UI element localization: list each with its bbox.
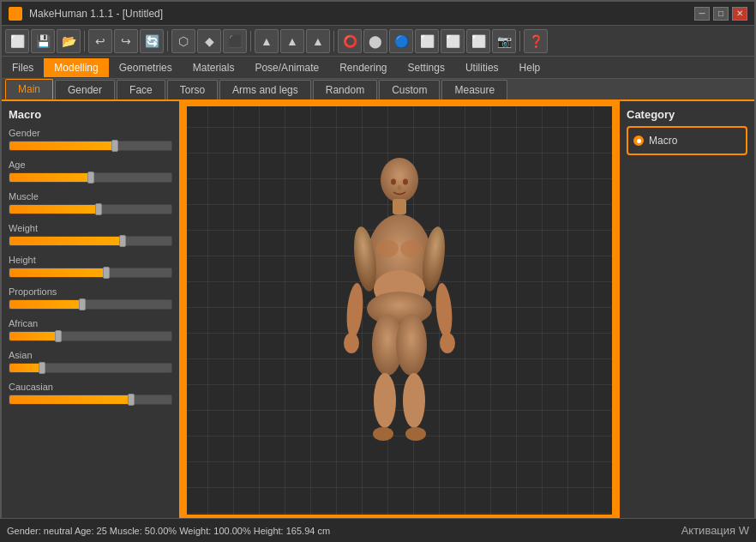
svg-point-16: [396, 314, 427, 376]
camera-button[interactable]: 📷: [492, 29, 516, 53]
slider-track-gender[interactable]: [9, 141, 172, 151]
menu-item-settings[interactable]: Settings: [398, 58, 455, 77]
viewport-border-left: [182, 101, 187, 520]
cube2-button[interactable]: ⬜: [441, 29, 465, 53]
slider-group-muscle: Muscle: [9, 191, 172, 214]
tab-face[interactable]: Face: [117, 80, 165, 99]
open-button[interactable]: 📂: [57, 29, 81, 53]
toolbar-separator-4: [333, 31, 334, 51]
macro-option[interactable]: Macro: [633, 133, 741, 148]
tab-main[interactable]: Main: [5, 79, 53, 99]
slider-fill-caucasian: [9, 395, 131, 404]
category-box: Macro: [627, 126, 747, 155]
human-figure: [322, 148, 477, 473]
reset-button[interactable]: 🔄: [140, 29, 164, 53]
status-text: Gender: neutral Age: 25 Muscle: 50.00% W…: [7, 526, 330, 536]
slider-label-weight: Weight: [9, 223, 172, 233]
menu-item-geometries[interactable]: Geometries: [109, 58, 183, 77]
tab-arms-and-legs[interactable]: Arms and legs: [219, 80, 311, 99]
view1-button[interactable]: ▲: [255, 29, 279, 53]
svg-point-20: [403, 179, 408, 185]
svg-point-6: [367, 292, 432, 326]
redo-button[interactable]: ↪: [114, 29, 138, 53]
slider-thumb-proportions[interactable]: [79, 298, 86, 310]
wireframe-button[interactable]: ⬡: [171, 29, 195, 53]
tab-custom[interactable]: Custom: [379, 80, 440, 99]
slider-thumb-asian[interactable]: [39, 362, 45, 374]
cube3-button[interactable]: ⬜: [466, 29, 490, 53]
main-content: Macro GenderAgeMuscleWeightHeightProport…: [2, 101, 754, 520]
statusbar: Gender: neutral Age: 25 Muscle: 50.00% W…: [0, 518, 756, 542]
slider-thumb-gender[interactable]: [111, 140, 118, 152]
smooth-button[interactable]: ◆: [197, 29, 221, 53]
slider-fill-height: [9, 268, 106, 277]
app-icon: [9, 7, 22, 21]
slider-fill-muscle: [9, 205, 99, 214]
tab-random[interactable]: Random: [313, 80, 377, 99]
save-button[interactable]: 💾: [31, 29, 55, 53]
slider-track-asian[interactable]: [9, 363, 172, 373]
sphere-button[interactable]: ⭕: [338, 29, 362, 53]
circle-button[interactable]: ⬤: [363, 29, 387, 53]
slider-thumb-african[interactable]: [55, 330, 62, 342]
svg-point-0: [381, 158, 418, 202]
slider-fill-asian: [9, 364, 42, 372]
svg-point-12: [440, 333, 455, 353]
menu-item-rendering[interactable]: Rendering: [329, 58, 397, 77]
viewport-border-top: [182, 101, 617, 106]
sliders-container: GenderAgeMuscleWeightHeightProportionsAf…: [9, 128, 172, 405]
slider-group-african: African: [9, 318, 172, 341]
slider-label-gender: Gender: [9, 128, 172, 138]
help-button[interactable]: ❓: [524, 29, 548, 53]
menu-item-help[interactable]: Help: [509, 58, 551, 77]
menu-item-modelling[interactable]: Modelling: [44, 58, 108, 77]
macro-radio[interactable]: [633, 136, 644, 146]
undo-button[interactable]: ↩: [88, 29, 112, 53]
svg-point-19: [391, 179, 396, 185]
view2-button[interactable]: ▲: [280, 29, 304, 53]
menu-item-utilities[interactable]: Utilities: [455, 58, 509, 77]
minimize-button[interactable]: ─: [694, 7, 710, 21]
slider-thumb-height[interactable]: [103, 267, 110, 279]
tabbar: MainGenderFaceTorsoArms and legsRandomCu…: [2, 79, 754, 101]
solid-button[interactable]: ⬛: [223, 29, 247, 53]
svg-point-18: [405, 427, 426, 441]
cylinder-button[interactable]: 🔵: [389, 29, 413, 53]
toolbar-separator-3: [250, 31, 251, 51]
slider-thumb-weight[interactable]: [119, 235, 126, 247]
window-controls: ─ □ ✕: [694, 7, 747, 21]
slider-label-asian: Asian: [9, 350, 172, 360]
slider-label-age: Age: [9, 160, 172, 170]
tab-torso[interactable]: Torso: [167, 80, 218, 99]
menu-item-files[interactable]: Files: [2, 58, 44, 77]
slider-track-height[interactable]: [9, 268, 172, 278]
menu-item-pose-animate[interactable]: Pose/Animate: [244, 58, 329, 77]
slider-track-muscle[interactable]: [9, 204, 172, 214]
menu-item-materials[interactable]: Materials: [183, 58, 245, 77]
menubar: FilesModellingGeometriesMaterialsPose/An…: [2, 57, 754, 79]
new-button[interactable]: ⬜: [5, 29, 29, 53]
slider-track-age[interactable]: [9, 172, 172, 183]
slider-thumb-muscle[interactable]: [95, 203, 102, 215]
slider-thumb-age[interactable]: [87, 172, 94, 184]
slider-label-muscle: Muscle: [9, 191, 172, 202]
tab-gender[interactable]: Gender: [55, 80, 115, 99]
slider-track-african[interactable]: [9, 331, 172, 341]
viewport[interactable]: [182, 101, 617, 520]
view3-button[interactable]: ▲: [306, 29, 330, 53]
category-panel-title: Category: [627, 108, 747, 121]
slider-track-proportions[interactable]: [9, 299, 172, 310]
slider-fill-weight: [9, 237, 123, 245]
slider-fill-proportions: [9, 300, 82, 309]
slider-track-caucasian[interactable]: [9, 394, 172, 405]
slider-group-weight: Weight: [9, 223, 172, 246]
close-button[interactable]: ✕: [732, 7, 747, 21]
left-panel: Macro GenderAgeMuscleWeightHeightProport…: [2, 101, 182, 520]
cube1-button[interactable]: ⬜: [415, 29, 439, 53]
maximize-button[interactable]: □: [713, 7, 729, 21]
titlebar: MakeHuman 1.1.1 - [Untitled] ─ □ ✕: [2, 2, 754, 26]
slider-track-weight[interactable]: [9, 236, 172, 246]
slider-thumb-caucasian[interactable]: [128, 394, 135, 406]
slider-group-age: Age: [9, 160, 172, 183]
tab-measure[interactable]: Measure: [441, 80, 507, 99]
